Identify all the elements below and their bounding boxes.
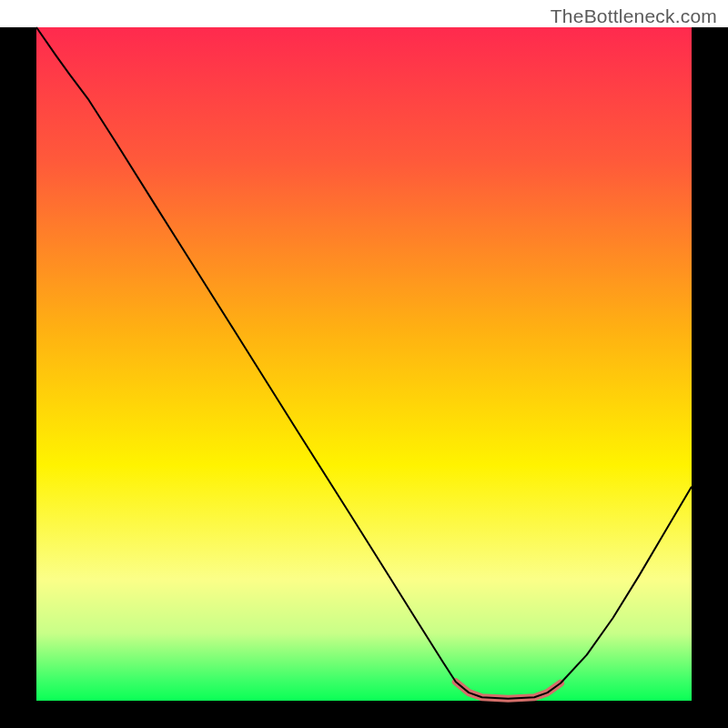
frame-left	[0, 27, 36, 701]
watermark-text: TheBottleneck.com	[551, 5, 717, 27]
chart-container: TheBottleneck.com	[0, 0, 728, 728]
bottleneck-chart	[0, 0, 728, 728]
frame-right	[692, 27, 728, 701]
gradient-background	[36, 27, 692, 701]
frame-bottom	[0, 701, 728, 728]
